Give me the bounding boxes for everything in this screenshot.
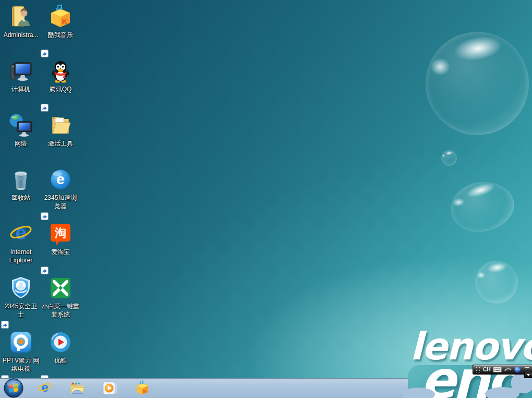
svg-text:e: e [15, 222, 26, 244]
blue-shield-icon [8, 275, 33, 300]
taskbar-remnant-blob [402, 388, 435, 398]
taskbar-kuwo-button[interactable]: K [135, 380, 150, 396]
svg-text:e: e [56, 171, 65, 187]
desktop-icon-grid: Administra... K 酷我音乐 计算机 腾讯QQ [1, 3, 80, 383]
shortcut-arrow-icon [41, 212, 49, 220]
svg-text:K: K [143, 389, 147, 394]
desktop: lenovo Administra... K 酷我音乐 计算机 [0, 0, 532, 398]
ie-icon: e [8, 221, 33, 246]
desktop-icon-tencent-qq[interactable]: 腾讯QQ [41, 57, 80, 112]
desktop-icon-pptv[interactable]: PPTV聚力 网络电视 [1, 329, 41, 383]
taskbar-ie-button[interactable]: e [37, 380, 53, 396]
green-x-icon [48, 275, 73, 300]
bubble-lower [475, 261, 518, 304]
svg-text:淘: 淘 [54, 226, 66, 239]
computer-icon [8, 58, 33, 83]
icon-label: 网络 [1, 139, 41, 148]
language-indicator[interactable]: CH [483, 367, 490, 372]
language-bar-options-button[interactable] [524, 372, 532, 378]
bubble-medium [448, 178, 517, 236]
kuwo-box-icon: K [48, 4, 73, 29]
desktop-icon-youku[interactable]: 优酷 [41, 329, 80, 383]
pptv-ring-icon [8, 330, 33, 355]
shortcut-arrow-icon [41, 267, 49, 274]
user-folder-icon [8, 4, 33, 29]
icon-label: 爱淘宝 [41, 248, 80, 256]
desktop-icon-internet-explorer[interactable]: e InternetExplorer [1, 220, 41, 274]
icon-label: 2345安全卫士 [1, 302, 41, 319]
tool-swoosh-icon[interactable] [504, 368, 512, 372]
qq-penguin-icon [48, 58, 73, 83]
svg-text:e: e [41, 380, 48, 394]
open-folder-icon [48, 113, 73, 138]
youku-play-icon [48, 330, 73, 355]
taobao-bubble-icon: 淘 [48, 221, 73, 246]
keyboard-icon[interactable] [493, 367, 502, 372]
icon-label: 2345加速浏览器 [41, 194, 80, 210]
desktop-icon-computer[interactable]: 计算机 [1, 57, 41, 112]
desktop-icon-activation-tool[interactable]: 激活工具 [41, 112, 80, 166]
bubble-large [426, 32, 529, 135]
icon-label: 腾讯QQ [41, 85, 80, 93]
language-bar[interactable]: CH [473, 365, 532, 375]
desktop-icon-aitaobao[interactable]: 淘 爱淘宝 [41, 220, 80, 274]
icon-label: PPTV聚力 网络电视 [1, 356, 41, 373]
svg-text:K: K [62, 17, 68, 26]
icon-label: 激活工具 [41, 139, 80, 148]
minimize-button[interactable] [525, 367, 529, 368]
icon-label: InternetExplorer [1, 248, 41, 264]
recycle-bin-icon [8, 167, 33, 192]
desktop-icon-2345-security[interactable]: 2345安全卫士 [1, 274, 41, 329]
desktop-icon-2345-browser[interactable]: e 2345加速浏览器 [41, 166, 80, 220]
network-globe-icon [8, 113, 33, 138]
shortcut-arrow-icon [1, 321, 9, 329]
desktop-icon-kuwo-music[interactable]: K 酷我音乐 [41, 3, 80, 57]
icon-label: 酷我音乐 [41, 31, 80, 39]
icon-label: Administra... [1, 31, 41, 39]
taskbar-explorer-button[interactable] [69, 380, 85, 396]
shortcut-arrow-icon [41, 50, 49, 57]
taskbar-wmp-button[interactable] [102, 380, 118, 396]
bubble-small [441, 150, 457, 166]
ime-orb-icon[interactable] [514, 366, 521, 373]
shortcut-arrow-icon [41, 104, 49, 112]
desktop-icon-administrator[interactable]: Administra... [1, 3, 41, 57]
desktop-icon-network[interactable]: 网络 [1, 112, 41, 166]
start-button[interactable] [4, 378, 23, 398]
blue-e-browser-icon: e [48, 167, 73, 192]
icon-label: 小白菜一键重装系统 [41, 302, 80, 319]
icon-label: 优酷 [41, 356, 80, 365]
icon-label: 回收站 [1, 194, 41, 202]
gripper-icon[interactable] [476, 367, 480, 372]
desktop-icon-xiaobaicai[interactable]: 小白菜一键重装系统 [41, 274, 80, 329]
icon-label: 计算机 [1, 85, 41, 93]
desktop-icon-recycle-bin[interactable]: 回收站 [1, 166, 41, 220]
dropdown-arrow-icon [527, 374, 530, 376]
